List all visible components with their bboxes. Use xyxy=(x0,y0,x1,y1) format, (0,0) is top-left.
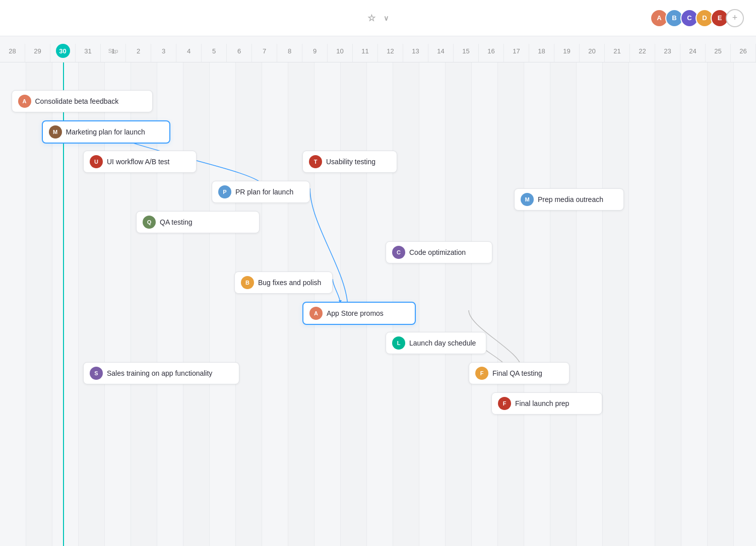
date-number: 22 xyxy=(636,44,650,58)
chevron-icon[interactable]: ∨ xyxy=(384,14,389,22)
grid-col-20 xyxy=(524,62,550,546)
date-col-22: 22 xyxy=(630,44,655,62)
date-col-1: Sep1 xyxy=(101,44,126,62)
date-col-10: 10 xyxy=(328,44,353,62)
date-col-29: 29 xyxy=(25,44,50,62)
star-icon[interactable]: ☆ xyxy=(367,13,375,24)
task-card-marketing-plan[interactable]: MMarketing plan for launch xyxy=(42,120,170,144)
date-col-13: 13 xyxy=(403,44,428,62)
date-number: 14 xyxy=(434,44,448,58)
task-label-final-launch-prep: Final launch prep xyxy=(515,399,569,407)
date-col-3: 3 xyxy=(151,44,176,62)
date-number: 20 xyxy=(585,44,599,58)
grid-col-19 xyxy=(498,62,524,546)
add-member-button[interactable]: + xyxy=(726,9,744,27)
date-number: 7 xyxy=(258,44,272,58)
task-label-pr-plan: PR plan for launch xyxy=(235,188,293,196)
task-card-qa-testing[interactable]: QQA testing xyxy=(136,211,260,233)
date-col-15: 15 xyxy=(454,44,479,62)
task-card-sales-training[interactable]: SSales training on app functionality xyxy=(83,362,239,384)
grid-col-8 xyxy=(210,62,236,546)
date-col-20: 20 xyxy=(580,44,605,62)
date-col-17: 17 xyxy=(504,44,529,62)
grid-col-18 xyxy=(472,62,498,546)
task-avatar-bug-fixes: B xyxy=(241,276,254,289)
task-card-app-store-promos[interactable]: AApp Store promos xyxy=(302,302,416,325)
grid-col-25 xyxy=(655,62,681,546)
task-card-launch-day[interactable]: LLaunch day schedule xyxy=(386,332,486,354)
grid-col-26 xyxy=(681,62,708,546)
grid-col-17 xyxy=(446,62,472,546)
date-col-23: 23 xyxy=(655,44,680,62)
grid-col-28 xyxy=(734,62,756,546)
date-number: 6 xyxy=(232,44,246,58)
task-label-prep-media: Prep media outreach xyxy=(538,195,603,203)
task-card-pr-plan[interactable]: PPR plan for launch xyxy=(212,181,310,203)
task-label-qa-testing: QA testing xyxy=(160,218,193,226)
grid-col-21 xyxy=(550,62,577,546)
task-avatar-prep-media: M xyxy=(521,193,534,206)
task-avatar-launch-day: L xyxy=(392,336,405,350)
date-number: 3 xyxy=(157,44,171,58)
task-avatar-usability-testing: T xyxy=(309,155,322,168)
date-number: 26 xyxy=(736,44,750,58)
date-number: 2 xyxy=(132,44,146,58)
task-card-code-optimization[interactable]: CCode optimization xyxy=(386,241,492,263)
task-avatar-marketing-plan: M xyxy=(49,125,62,139)
date-col-31: 31 xyxy=(76,44,101,62)
task-card-prep-media[interactable]: MPrep media outreach xyxy=(514,188,624,211)
grid-col-22 xyxy=(577,62,603,546)
task-card-ui-workflow[interactable]: UUI workflow A/B test xyxy=(83,151,197,173)
task-label-app-store-promos: App Store promos xyxy=(327,309,384,317)
grid-col-10 xyxy=(262,62,288,546)
task-label-consolidate-beta: Consolidate beta feedback xyxy=(35,97,119,105)
date-col-18: 18 xyxy=(529,44,554,62)
date-col-19: 19 xyxy=(554,44,580,62)
date-col-24: 24 xyxy=(680,44,706,62)
date-col-14: 14 xyxy=(428,44,454,62)
date-number: 25 xyxy=(711,44,725,58)
grid-col-9 xyxy=(236,62,262,546)
date-number: 21 xyxy=(610,44,624,58)
task-card-usability-testing[interactable]: TUsability testing xyxy=(302,151,397,173)
task-avatar-consolidate-beta: A xyxy=(18,95,31,108)
task-label-launch-day: Launch day schedule xyxy=(409,339,476,347)
grid-col-0 xyxy=(0,62,26,546)
date-number: 31 xyxy=(81,44,95,58)
date-number: 18 xyxy=(535,44,549,58)
date-col-26: 26 xyxy=(731,44,756,62)
task-avatar-app-store-promos: A xyxy=(309,307,323,320)
date-col-8: 8 xyxy=(277,44,302,62)
date-col-7: 7 xyxy=(252,44,277,62)
grid-col-23 xyxy=(603,62,629,546)
task-card-bug-fixes[interactable]: BBug fixes and polish xyxy=(234,271,333,294)
today-date: 30 xyxy=(56,44,70,58)
date-number: 8 xyxy=(283,44,297,58)
task-label-usability-testing: Usability testing xyxy=(326,158,375,166)
task-label-bug-fixes: Bug fixes and polish xyxy=(258,279,321,287)
task-card-consolidate-beta[interactable]: AConsolidate beta feedback xyxy=(12,90,153,112)
task-avatar-final-launch-prep: F xyxy=(498,397,511,410)
date-col-6: 6 xyxy=(227,44,252,62)
avatars-group: ABCDE+ xyxy=(650,9,744,27)
task-label-sales-training: Sales training on app functionality xyxy=(107,369,212,377)
task-avatar-pr-plan: P xyxy=(218,185,231,198)
month-label: Sep xyxy=(108,48,118,54)
task-card-final-qa[interactable]: FFinal QA testing xyxy=(469,362,570,384)
date-number: 12 xyxy=(384,44,398,58)
date-col-28: 28 xyxy=(0,44,25,62)
date-number: 19 xyxy=(560,44,574,58)
date-number: 16 xyxy=(484,44,498,58)
date-number: 17 xyxy=(510,44,524,58)
grid-col-24 xyxy=(629,62,655,546)
date-number: 23 xyxy=(661,44,675,58)
grid-col-7 xyxy=(183,62,210,546)
task-card-final-launch-prep[interactable]: FFinal launch prep xyxy=(491,392,602,415)
task-avatar-qa-testing: Q xyxy=(143,216,156,229)
date-number: 15 xyxy=(459,44,473,58)
app-wrapper: ☆ ∨ ABCDE+ 28293031Sep123456789101112131… xyxy=(0,0,756,546)
task-avatar-sales-training: S xyxy=(90,367,103,380)
date-col-2: 2 xyxy=(126,44,151,62)
date-number: 24 xyxy=(686,44,700,58)
date-number: 5 xyxy=(207,44,221,58)
